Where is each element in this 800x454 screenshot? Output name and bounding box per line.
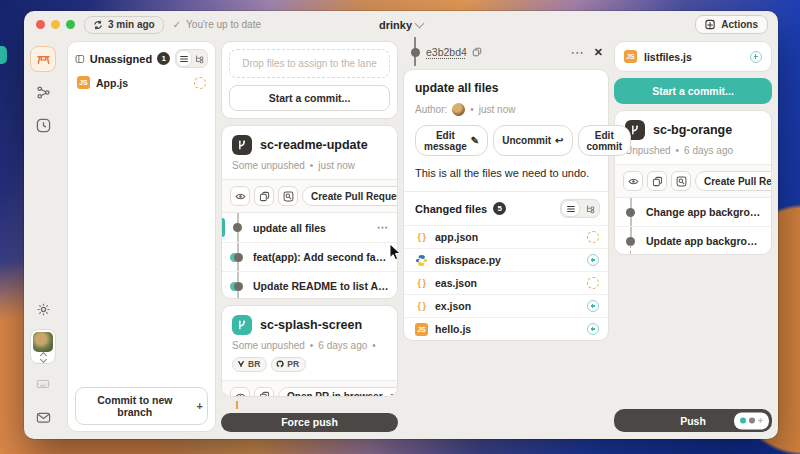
feedback-button[interactable] (30, 404, 56, 430)
author-label: Author: (415, 104, 447, 115)
history-clock-icon (36, 118, 51, 133)
chevron-updown-icon (41, 353, 46, 362)
detail-menu-button[interactable]: ⋯ (570, 45, 583, 60)
sidebar-item-workspace[interactable] (30, 46, 56, 72)
commit-row[interactable]: update all files ⋯ (222, 213, 397, 242)
list-view-button[interactable] (176, 50, 191, 67)
tree-view-button[interactable] (580, 200, 599, 217)
review-pr-button[interactable] (278, 186, 298, 206)
commit-title: update all files (404, 70, 608, 95)
branch-header[interactable]: sc-readme-update Some unpushed • just no… (222, 126, 397, 179)
review-eye-button[interactable] (623, 171, 643, 191)
unassigned-header: Unassigned 1 (75, 49, 208, 68)
branch-header[interactable]: sc-splash-screen Some unpushed • 6 days … (222, 306, 397, 380)
branch-meta: Some unpushed • just now (232, 160, 387, 171)
force-push-label: Force push (281, 416, 338, 428)
review-eye-button[interactable] (230, 387, 250, 397)
zoom-window-button[interactable] (66, 20, 75, 29)
copy-branch-button[interactable] (254, 186, 274, 206)
start-commit-button[interactable]: Start a commit... (229, 85, 390, 111)
branch-review-badge[interactable]: BR (232, 357, 267, 372)
start-commit-button[interactable]: Start a commit... (614, 78, 772, 104)
assign-add-icon[interactable] (587, 254, 599, 266)
butler-review-icon (237, 360, 245, 368)
lane-top-card: Drop files to assign to the lane Start a… (221, 41, 398, 119)
tree-view-button[interactable] (192, 50, 207, 67)
force-push-button[interactable]: Force push (221, 413, 398, 432)
fetch-time-label: 3 min ago (108, 19, 155, 30)
copy-branch-button[interactable] (254, 387, 274, 397)
sidebar-item-branches[interactable] (30, 79, 56, 105)
copy-branch-button[interactable] (647, 171, 667, 191)
actions-button[interactable]: Actions (695, 15, 768, 34)
branch-name: sc-splash-screen (260, 318, 362, 332)
branch-card-sc-readme-update: sc-readme-update Some unpushed • just no… (221, 125, 398, 299)
changed-file-row[interactable]: diskspace.py (404, 248, 608, 271)
pr-badge[interactable]: PR (271, 357, 306, 372)
assign-add-icon[interactable] (587, 323, 599, 335)
assign-target-icon[interactable] (194, 77, 206, 89)
assigned-file-card[interactable]: JS listfiles.js (614, 41, 772, 72)
actions-label: Actions (721, 19, 758, 30)
commit-dot-local (626, 208, 635, 217)
assign-add-icon[interactable] (750, 51, 762, 63)
file-name: eas.json (435, 277, 477, 289)
close-window-button[interactable] (36, 20, 45, 29)
commit-sha-link[interactable]: e3b2bd4 (426, 46, 467, 58)
changed-files-header: Changed files 5 (404, 191, 608, 225)
commit-row[interactable]: Change app background color t... (615, 198, 771, 226)
review-eye-button[interactable] (230, 186, 250, 206)
create-pr-button[interactable]: Create Pull Req... (695, 171, 772, 191)
push-label: Push (680, 415, 706, 427)
edit-commit-button[interactable]: Edit commit (578, 125, 632, 156)
view-toggle (175, 49, 208, 68)
partial-assign-icon[interactable] (587, 277, 599, 289)
commit-dot-local-remote (230, 282, 239, 291)
settings-button[interactable] (30, 296, 56, 322)
keyboard-icon (36, 377, 50, 391)
keyboard-shortcuts-button[interactable] (30, 371, 56, 397)
list-view-button[interactable] (561, 200, 580, 217)
commit-row[interactable]: feat(app): Add second favicon to ... (222, 242, 397, 271)
review-pr-button[interactable] (671, 171, 691, 191)
lane-indicator[interactable]: + (734, 412, 769, 429)
branch-header[interactable]: sc-bg-orange Unpushed • 6 days ago (615, 111, 771, 164)
titlebar: 3 min ago ✓ You're up to date drinky Act… (24, 11, 778, 38)
fetch-button[interactable]: 3 min ago (84, 16, 164, 34)
edit-message-button[interactable]: Edit message ✎ (415, 125, 488, 156)
status-label: You're up to date (186, 19, 261, 30)
commit-row[interactable]: Update app background color t... (615, 226, 771, 254)
push-button[interactable]: Push + (614, 409, 772, 432)
partial-assign-icon[interactable] (587, 231, 599, 243)
commit-message: Change app background color t... (646, 206, 763, 218)
changed-file-row[interactable]: JS hello.js (404, 317, 608, 340)
profile-switcher[interactable] (30, 329, 56, 364)
commit-row[interactable]: Update README to list Anne as pr... (222, 271, 397, 299)
changed-file-row[interactable]: { } eas.json (404, 271, 608, 294)
uncommit-button[interactable]: Uncommit ↩ (493, 125, 572, 156)
drop-zone[interactable]: Drop files to assign to the lane (229, 49, 390, 78)
desktop: 3 min ago ✓ You're up to date drinky Act… (0, 0, 800, 454)
changed-file-row[interactable]: { } ex.json (404, 294, 608, 317)
copy-sha-button[interactable] (472, 47, 482, 57)
json-file-icon: { } (415, 232, 428, 242)
copy-icon (652, 176, 663, 187)
github-icon (276, 360, 284, 368)
assign-add-icon[interactable] (587, 300, 599, 312)
magnify-square-icon (283, 191, 294, 202)
commit-detail-header: e3b2bd4 ⋯ ✕ (403, 41, 609, 63)
changed-file-row[interactable]: { } app.json (404, 225, 608, 248)
open-pr-button[interactable]: Open PR in browser ↗ (278, 387, 398, 397)
commit-menu-button[interactable]: ⋯ (377, 221, 389, 234)
edge-notification-tab[interactable] (0, 46, 7, 64)
commit-to-new-branch-button[interactable]: Commit to new branch + (75, 387, 208, 425)
commit-new-label: Commit to new branch (80, 394, 190, 418)
project-switcher[interactable]: drinky (379, 19, 423, 31)
sidebar-item-history[interactable] (30, 112, 56, 138)
minimize-window-button[interactable] (51, 20, 60, 29)
unassigned-file-row[interactable]: JS App.js (75, 68, 208, 95)
panel-icon (75, 53, 85, 65)
commit-time: just now (479, 104, 516, 115)
create-pr-button[interactable]: Create Pull Request (302, 186, 398, 206)
close-detail-button[interactable]: ✕ (594, 46, 603, 59)
